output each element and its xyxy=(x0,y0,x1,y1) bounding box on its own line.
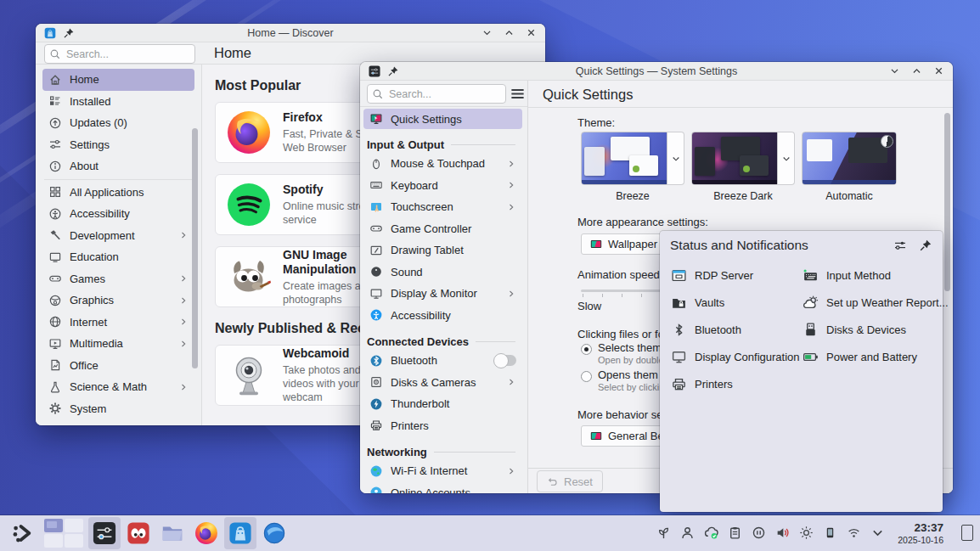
virtual-desktop-pager[interactable] xyxy=(44,519,83,548)
close-button[interactable] xyxy=(526,27,537,38)
settings-item-printers[interactable]: Printers xyxy=(363,415,522,437)
sidebar-item-office[interactable]: Office xyxy=(42,355,194,377)
pin-icon[interactable] xyxy=(919,239,932,252)
sidebar-item-settings[interactable]: Settings xyxy=(42,134,194,156)
settings-item-mouse-touchpad[interactable]: Mouse & Touchpad xyxy=(363,153,522,175)
radio-label[interactable]: Selects them xyxy=(598,341,662,354)
settings-item-online-accounts[interactable]: Online Accounts xyxy=(363,482,522,494)
chevron-down-icon xyxy=(781,154,791,164)
installed-icon xyxy=(48,94,62,108)
sidebar-item-label: Education xyxy=(70,250,189,263)
maximize-button[interactable] xyxy=(911,65,922,76)
settings-item-display-monitor[interactable]: Display & Monitor xyxy=(363,283,522,305)
sidebar-item-all-applications[interactable]: All Applications xyxy=(42,182,194,204)
popup-item-set-up-weather-report[interactable]: Set up Weather Report... xyxy=(803,289,949,316)
settings-item-wi-fi-internet[interactable]: Wi-Fi & Internet xyxy=(363,460,522,482)
taskbar-application-launcher[interactable] xyxy=(7,517,39,549)
settings-item-touchscreen[interactable]: Touchscreen xyxy=(363,196,522,218)
tray-device-icon[interactable] xyxy=(823,526,837,540)
theme-preview[interactable] xyxy=(581,132,667,185)
tray-clipboard-icon[interactable] xyxy=(728,526,742,540)
sidebar-item-internet[interactable]: Internet xyxy=(42,312,194,334)
settings-item-disks-cameras[interactable]: Disks & Cameras xyxy=(363,372,522,394)
popup-item-power-and-battery[interactable]: Power and Battery xyxy=(803,343,917,370)
tray-plant-icon[interactable] xyxy=(656,526,671,540)
discover-titlebar[interactable]: Home — Discover xyxy=(36,24,545,42)
tray-cloud-sync-icon[interactable] xyxy=(704,526,718,540)
settings-item-thunderbolt[interactable]: Thunderbolt xyxy=(363,393,522,415)
sidebar-item-development[interactable]: Development xyxy=(42,225,194,247)
tray-volume-icon[interactable] xyxy=(775,526,790,540)
reset-button[interactable]: Reset xyxy=(537,470,603,492)
tray-expand-tray-icon[interactable] xyxy=(870,526,885,540)
slider-tick xyxy=(583,294,583,297)
pin-icon[interactable] xyxy=(63,27,75,39)
sidebar-item-home[interactable]: Home xyxy=(42,69,194,91)
wallpaper-button[interactable]: Wallpaper xyxy=(581,233,666,255)
sidebar-item-games[interactable]: Games xyxy=(42,268,194,290)
digital-clock[interactable]: 23:37 2025-10-16 xyxy=(898,521,943,545)
sound-icon xyxy=(369,265,383,278)
sidebar-item-system[interactable]: System xyxy=(42,398,194,420)
search-input[interactable] xyxy=(44,44,195,64)
theme-preview[interactable] xyxy=(802,132,897,185)
sidebar-item-about[interactable]: About xyxy=(42,155,194,177)
settings-search-input[interactable] xyxy=(367,84,506,104)
sidebar-item-education[interactable]: Education xyxy=(42,246,194,268)
close-button[interactable] xyxy=(933,65,944,76)
theme-preview[interactable] xyxy=(691,132,778,185)
theme-card-breeze-dark[interactable]: Breeze Dark xyxy=(691,132,795,202)
radio-opens-them[interactable] xyxy=(581,371,592,382)
tray-network-wifi-icon[interactable] xyxy=(847,526,861,540)
settings-item-game-controller[interactable]: Game Controller xyxy=(363,218,522,240)
minimize-button[interactable] xyxy=(482,27,493,38)
theme-dropdown-button[interactable] xyxy=(667,132,684,185)
sidebar-item-updates-0[interactable]: Updates (0) xyxy=(42,112,194,134)
theme-dropdown-button[interactable] xyxy=(778,132,795,185)
settings-item-quick-settings[interactable]: Quick Settings xyxy=(363,109,522,129)
sidebar-item-label: Office xyxy=(70,359,189,372)
pin-icon[interactable] xyxy=(387,65,399,77)
radio-selects-them[interactable] xyxy=(581,344,592,355)
popup-item-display-configuration[interactable]: Display Configuration xyxy=(671,343,800,370)
radio-label[interactable]: Opens them xyxy=(598,368,658,381)
sidebar-item-multimedia[interactable]: Multimedia xyxy=(42,333,194,355)
bluetooth-toggle[interactable] xyxy=(494,355,516,366)
sidebar-item-science-math[interactable]: Science & Math xyxy=(42,376,194,398)
popup-item-disks-devices[interactable]: Disks & Devices xyxy=(803,316,906,343)
minimize-button[interactable] xyxy=(889,65,900,76)
show-desktop-button[interactable] xyxy=(961,525,973,541)
taskbar-eyes-app[interactable] xyxy=(122,517,155,549)
taskbar-discover[interactable] xyxy=(224,517,256,549)
taskbar-dolphin-file-manager[interactable] xyxy=(156,517,189,549)
sidebar-item-graphics[interactable]: Graphics xyxy=(42,290,194,312)
popup-item-vaults[interactable]: Vaults xyxy=(671,289,724,316)
popup-item-label: Display Configuration xyxy=(695,351,800,363)
taskbar-system-settings[interactable] xyxy=(88,517,121,549)
maximize-button[interactable] xyxy=(504,27,515,38)
popup-item-printers[interactable]: Printers xyxy=(671,370,733,397)
settings-item-accessibility[interactable]: Accessibility xyxy=(363,305,522,327)
popup-item-rdp-server[interactable]: RDP Server xyxy=(671,261,753,289)
hamburger-menu-icon[interactable] xyxy=(510,86,526,102)
configure-icon[interactable] xyxy=(893,239,907,252)
settings-item-keyboard[interactable]: Keyboard xyxy=(363,175,522,197)
tray-user-icon[interactable] xyxy=(680,526,695,540)
sidebar-item-accessibility[interactable]: Accessibility xyxy=(42,203,194,225)
spotifyBig-icon xyxy=(226,182,272,228)
settings-item-drawing-tablet[interactable]: Drawing Tablet xyxy=(363,239,522,261)
popup-item-input-method[interactable]: Input Method xyxy=(803,261,891,289)
settings-item-sound[interactable]: Sound xyxy=(363,261,522,284)
sidebar-scrollbar[interactable] xyxy=(192,128,198,368)
settings-item-bluetooth[interactable]: Bluetooth xyxy=(363,350,522,372)
tray-brightness-icon[interactable] xyxy=(799,526,814,540)
taskbar-blue-globe-app[interactable] xyxy=(258,517,290,549)
popup-item-bluetooth[interactable]: Bluetooth xyxy=(671,316,741,343)
sidebar-item-label: Multimedia xyxy=(70,337,171,350)
tray-media-pause-icon[interactable] xyxy=(752,526,766,540)
taskbar-firefox[interactable] xyxy=(190,517,222,549)
sidebar-item-installed[interactable]: Installed xyxy=(42,91,194,113)
theme-card-breeze[interactable]: Breeze xyxy=(581,132,684,202)
theme-card-automatic[interactable]: Automatic xyxy=(802,132,897,202)
system-settings-titlebar[interactable]: Quick Settings — System Settings xyxy=(360,62,953,81)
